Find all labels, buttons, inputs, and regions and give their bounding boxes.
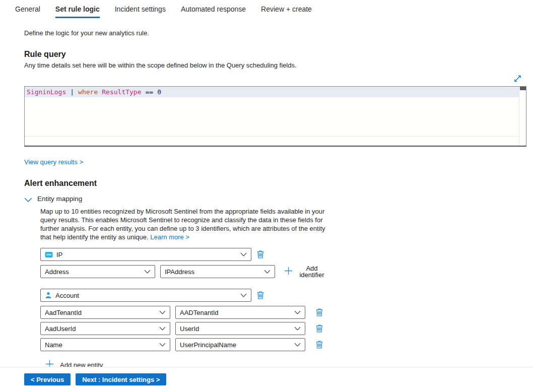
account-icon <box>45 292 52 299</box>
identifier-value: UserId <box>180 325 294 333</box>
next-incident-settings-button[interactable]: Next : Incident settings > <box>76 373 166 385</box>
identifier-dropdown-ipaddress[interactable]: IPAddress <box>160 265 275 278</box>
editor-scrollbar-thumb[interactable] <box>520 87 526 90</box>
identifier-value: Address <box>45 268 144 276</box>
rule-query-title: Rule query <box>24 50 526 59</box>
editor-horizontal-scrollbar[interactable] <box>25 136 519 137</box>
chevron-down-icon <box>159 326 166 331</box>
delete-entity-account-icon[interactable] <box>255 291 265 300</box>
rule-query-subtitle: Any time details set here will be within… <box>24 61 526 69</box>
identifier-value: IPAddress <box>165 268 264 276</box>
identifier-value: AadTenantId <box>45 309 159 316</box>
wizard-footer: < Previous Next : Incident settings > <box>0 367 533 392</box>
tab-automated-response[interactable]: Automated response <box>181 5 246 18</box>
identifier-value: AadUserId <box>45 325 159 333</box>
chevron-down-icon <box>144 270 151 274</box>
chevron-down-icon <box>294 310 301 314</box>
query-token-pipe: | <box>70 88 74 96</box>
plus-icon <box>284 267 293 277</box>
entity-type-value: Account <box>55 292 240 299</box>
value-dropdown-aadtenantid[interactable]: AADTenantId <box>175 306 305 319</box>
add-identifier-button[interactable]: Add identifier <box>284 265 326 278</box>
value-dropdown-userprincipalname[interactable]: UserPrincipalName <box>175 338 305 351</box>
view-query-results-link[interactable]: View query results > <box>24 158 83 166</box>
expand-editor-icon[interactable] <box>513 75 522 83</box>
alert-enhancement-title: Alert enhancement <box>24 179 526 188</box>
identifier-dropdown-name[interactable]: Name <box>40 338 170 351</box>
delete-identifier-icon[interactable] <box>314 308 324 317</box>
entity-type-value: IP <box>56 251 240 258</box>
query-editor-current-line[interactable]: SigninLogs | where ResultType == 0 <box>25 87 519 97</box>
entity-type-dropdown-ip[interactable]: IP <box>40 248 251 261</box>
identifier-dropdown-aadtenantid[interactable]: AadTenantId <box>40 306 170 319</box>
intro-text: Define the logic for your new analytics … <box>24 29 526 37</box>
query-token-operator: == <box>146 88 154 96</box>
chevron-down-icon <box>240 252 247 256</box>
delete-entity-ip-icon[interactable] <box>255 250 265 259</box>
chevron-down-icon <box>240 293 247 297</box>
entity-mapping-toggle[interactable]: Entity mapping <box>24 195 526 203</box>
previous-button[interactable]: < Previous <box>24 373 71 385</box>
identifier-row-aadtenantid: AadTenantId AADTenantId <box>40 306 526 319</box>
entity-block-ip-header: IP <box>40 248 526 261</box>
chevron-down-icon <box>294 326 301 331</box>
tab-review-create[interactable]: Review + create <box>261 5 312 18</box>
chevron-down-icon <box>24 197 32 202</box>
query-editor[interactable]: SigninLogs | where ResultType == 0 <box>24 86 526 147</box>
chevron-down-icon <box>264 270 271 274</box>
identifier-row-ip-address: Address IPAddress Add identifier <box>40 265 526 278</box>
learn-more-link[interactable]: Learn more > <box>150 233 189 241</box>
delete-identifier-icon[interactable] <box>314 340 324 349</box>
editor-vertical-scrollbar[interactable] <box>519 87 526 146</box>
query-token-keyword: where <box>78 88 98 96</box>
chevron-down-icon <box>294 343 301 347</box>
tab-incident-settings[interactable]: Incident settings <box>115 5 166 18</box>
chevron-down-icon <box>159 310 166 314</box>
entity-block-account-header: Account <box>40 289 526 302</box>
value-dropdown-userid[interactable]: UserId <box>175 322 305 335</box>
identifier-value: Name <box>45 341 159 349</box>
entity-mapping-label: Entity mapping <box>37 195 82 203</box>
identifier-value: AADTenantId <box>180 309 294 316</box>
query-token-value: 0 <box>157 88 161 96</box>
ip-icon <box>45 251 53 258</box>
entity-mapping-description: Map up to 10 entities recognized by Micr… <box>40 207 330 241</box>
entity-type-dropdown-account[interactable]: Account <box>40 289 251 302</box>
add-identifier-label: Add identifier <box>298 265 326 278</box>
identifier-value: UserPrincipalName <box>180 341 294 349</box>
identifier-dropdown-address[interactable]: Address <box>40 265 155 278</box>
identifier-row-name: Name UserPrincipalName <box>40 338 526 351</box>
chevron-down-icon <box>159 343 166 347</box>
delete-identifier-icon[interactable] <box>314 324 324 333</box>
identifier-dropdown-aaduserid[interactable]: AadUserId <box>40 322 170 335</box>
query-token-table: SigninLogs <box>27 88 66 96</box>
identifier-row-aaduserid: AadUserId UserId <box>40 322 526 335</box>
tab-general[interactable]: General <box>15 5 40 18</box>
tab-set-rule-logic[interactable]: Set rule logic <box>55 5 100 18</box>
wizard-tab-bar: General Set rule logic Incident settings… <box>0 0 533 18</box>
query-token-column: ResultType <box>102 88 141 96</box>
